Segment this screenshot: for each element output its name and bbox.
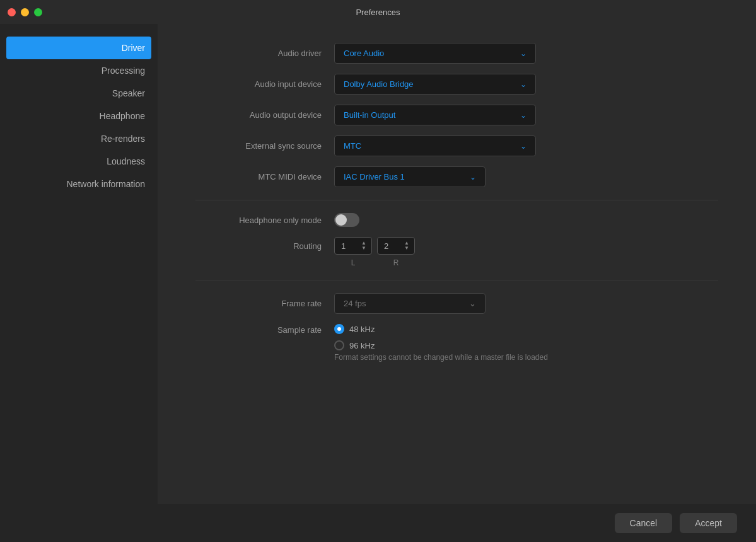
sidebar-item-speaker[interactable]: Speaker xyxy=(0,82,158,105)
stepper-down-icon[interactable]: ▼ xyxy=(361,246,366,251)
audio-output-device-label: Audio output device xyxy=(195,110,334,120)
toggle-knob xyxy=(335,214,347,226)
audio-driver-row: Audio driver Core Audio ⌄ xyxy=(195,43,718,64)
sample-rate-label: Sample rate xyxy=(195,324,334,335)
frame-rate-dropdown[interactable]: 24 fps ⌄ xyxy=(334,293,486,314)
routing-r-stepper[interactable]: ▲ ▼ xyxy=(404,241,409,251)
headphone-only-mode-row: Headphone only mode xyxy=(195,213,718,227)
mtc-midi-device-label: MTC MIDI device xyxy=(195,172,334,182)
divider-2 xyxy=(195,280,718,280)
cancel-button[interactable]: Cancel xyxy=(615,513,673,533)
minimize-button[interactable] xyxy=(21,8,29,16)
frame-rate-label: Frame rate xyxy=(195,299,334,308)
accept-button[interactable]: Accept xyxy=(680,513,737,533)
audio-driver-label: Audio driver xyxy=(195,49,334,58)
routing-lr-labels-row: L R xyxy=(195,258,718,267)
frame-rate-value: 24 fps xyxy=(344,299,366,308)
routing-r-value: 2 xyxy=(384,241,388,251)
sample-rate-options: 48 kHz 96 kHz Format settings cannot be … xyxy=(334,324,548,362)
radio-circle-48khz xyxy=(334,324,344,334)
routing-l-label: L xyxy=(334,258,372,267)
routing-lr-labels: L R xyxy=(334,258,415,267)
bottom-bar: Cancel Accept xyxy=(0,504,756,542)
sidebar-item-re-renders[interactable]: Re-renders xyxy=(0,127,158,150)
routing-row: Routing 1 ▲ ▼ 2 ▲ ▼ xyxy=(195,237,718,255)
routing-l-input[interactable]: 1 ▲ ▼ xyxy=(334,237,372,255)
mtc-midi-device-value: IAC Driver Bus 1 xyxy=(344,172,405,182)
mtc-midi-device-row: MTC MIDI device IAC Driver Bus 1 ⌄ xyxy=(195,166,718,187)
sidebar-item-headphone[interactable]: Headphone xyxy=(0,105,158,127)
radio-label-48khz: 48 kHz xyxy=(349,325,375,334)
chevron-down-icon: ⌄ xyxy=(520,111,526,120)
window-title: Preferences xyxy=(356,8,400,17)
audio-input-device-control: Dolby Audio Bridge ⌄ xyxy=(334,74,536,95)
sidebar-item-processing[interactable]: Processing xyxy=(0,59,158,82)
traffic-lights xyxy=(8,8,42,16)
audio-driver-dropdown[interactable]: Core Audio ⌄ xyxy=(334,43,536,64)
external-sync-source-value: MTC xyxy=(344,141,361,151)
main-content: Driver Processing Speaker Headphone Re-r… xyxy=(0,24,756,504)
content-area: Audio driver Core Audio ⌄ Audio input de… xyxy=(158,24,756,504)
sample-rate-row: Sample rate 48 kHz 96 kHz Format setting… xyxy=(195,324,718,362)
routing-section: Routing 1 ▲ ▼ 2 ▲ ▼ xyxy=(195,237,718,267)
sidebar-item-driver[interactable]: Driver xyxy=(6,37,151,59)
external-sync-source-label: External sync source xyxy=(195,141,334,151)
audio-driver-value: Core Audio xyxy=(344,49,384,58)
radio-96khz[interactable]: 96 kHz xyxy=(334,340,548,350)
headphone-only-mode-label: Headphone only mode xyxy=(195,216,334,225)
external-sync-source-dropdown[interactable]: MTC ⌄ xyxy=(334,136,536,156)
audio-output-device-row: Audio output device Built-in Output ⌄ xyxy=(195,105,718,125)
title-bar: Preferences xyxy=(0,0,756,24)
sidebar-item-network-information[interactable]: Network information xyxy=(0,173,158,195)
external-sync-source-row: External sync source MTC ⌄ xyxy=(195,136,718,156)
headphone-only-mode-toggle[interactable] xyxy=(334,213,359,227)
audio-input-device-row: Audio input device Dolby Audio Bridge ⌄ xyxy=(195,74,718,95)
mtc-midi-device-control: IAC Driver Bus 1 ⌄ xyxy=(334,166,536,187)
sidebar: Driver Processing Speaker Headphone Re-r… xyxy=(0,24,158,504)
audio-output-device-value: Built-in Output xyxy=(344,110,395,120)
sidebar-item-loudness[interactable]: Loudness xyxy=(0,150,158,173)
audio-output-device-dropdown[interactable]: Built-in Output ⌄ xyxy=(334,105,536,125)
frame-rate-row: Frame rate 24 fps ⌄ xyxy=(195,293,718,314)
chevron-down-icon: ⌄ xyxy=(520,49,526,58)
routing-numbers: 1 ▲ ▼ 2 ▲ ▼ xyxy=(334,237,415,255)
audio-output-device-control: Built-in Output ⌄ xyxy=(334,105,536,125)
chevron-down-icon: ⌄ xyxy=(470,173,476,182)
routing-l-stepper[interactable]: ▲ ▼ xyxy=(361,241,366,251)
audio-input-device-value: Dolby Audio Bridge xyxy=(344,79,414,89)
radio-label-96khz: 96 kHz xyxy=(349,341,375,350)
close-button[interactable] xyxy=(8,8,16,16)
mtc-midi-device-dropdown[interactable]: IAC Driver Bus 1 ⌄ xyxy=(334,166,486,187)
external-sync-source-control: MTC ⌄ xyxy=(334,136,536,156)
radio-circle-96khz xyxy=(334,340,344,350)
maximize-button[interactable] xyxy=(34,8,42,16)
routing-r-input[interactable]: 2 ▲ ▼ xyxy=(377,237,415,255)
divider-1 xyxy=(195,200,718,200)
radio-48khz[interactable]: 48 kHz xyxy=(334,324,548,334)
chevron-down-icon: ⌄ xyxy=(469,299,476,308)
stepper-down-icon[interactable]: ▼ xyxy=(404,246,409,251)
routing-label: Routing xyxy=(195,241,334,251)
chevron-down-icon: ⌄ xyxy=(520,142,526,151)
radio-group: 48 kHz 96 kHz xyxy=(334,324,548,350)
format-note: Format settings cannot be changed while … xyxy=(334,353,548,362)
audio-input-device-dropdown[interactable]: Dolby Audio Bridge ⌄ xyxy=(334,74,536,95)
routing-l-value: 1 xyxy=(341,241,346,251)
audio-driver-control: Core Audio ⌄ xyxy=(334,43,536,64)
routing-r-label: R xyxy=(377,258,415,267)
chevron-down-icon: ⌄ xyxy=(520,80,526,89)
audio-input-device-label: Audio input device xyxy=(195,79,334,89)
